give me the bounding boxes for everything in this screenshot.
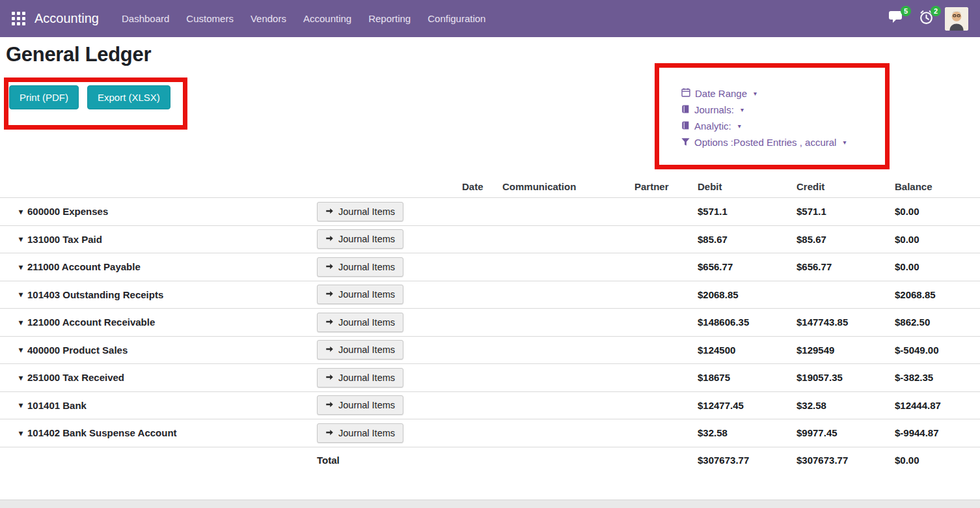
- balance-value: $2068.85: [888, 289, 980, 300]
- account-name[interactable]: 211000 Account Payable: [27, 261, 141, 272]
- print-pdf-button[interactable]: Print (PDF): [9, 85, 79, 109]
- filter-options[interactable]: Options :Posted Entries , accural ▾: [681, 134, 846, 150]
- apps-menu-icon[interactable]: [12, 12, 25, 25]
- main-content: General Ledger Print (PDF) Export (XLSX)…: [0, 37, 980, 500]
- general-ledger-table: Date Communication Partner Debit Credit …: [0, 175, 980, 473]
- collapse-caret-icon[interactable]: ▾: [19, 429, 23, 438]
- arrow-right-icon: [325, 345, 334, 355]
- balance-value: $862.50: [888, 317, 980, 328]
- debit-value: $32.58: [691, 427, 790, 438]
- account-name[interactable]: 101402 Bank Suspense Account: [27, 427, 177, 438]
- funnel-icon: [681, 137, 690, 148]
- journal-items-label: Journal Items: [338, 400, 395, 410]
- journal-items-label: Journal Items: [338, 234, 395, 244]
- chevron-down-icon: ▾: [741, 106, 744, 113]
- arrow-right-icon: [325, 317, 334, 328]
- table-row: ▾ 101401 Bank Journal Items $12477.45 $3…: [0, 391, 980, 419]
- col-header-date: Date: [456, 181, 496, 192]
- balance-value: $-5049.00: [888, 345, 980, 356]
- col-header-communication: Communication: [496, 181, 628, 192]
- credit-value: $129549: [790, 345, 888, 356]
- journal-items-button[interactable]: Journal Items: [317, 202, 403, 221]
- arrow-right-icon: [325, 373, 334, 383]
- table-total-row: Total $307673.77 $307673.77 $0.00: [0, 447, 980, 473]
- filter-date-range[interactable]: Date Range ▾: [681, 85, 846, 102]
- debit-value: $656.77: [691, 261, 790, 272]
- messages-button[interactable]: 5: [885, 8, 907, 30]
- filter-journals[interactable]: Journals: ▾: [681, 102, 846, 118]
- table-row: ▾ 400000 Product Sales Journal Items $12…: [0, 336, 980, 364]
- journal-items-button[interactable]: Journal Items: [317, 257, 403, 277]
- collapse-caret-icon[interactable]: ▾: [19, 207, 23, 216]
- report-actions: Print (PDF) Export (XLSX): [9, 85, 170, 109]
- collapse-caret-icon[interactable]: ▾: [19, 373, 23, 382]
- nav-customers[interactable]: Customers: [178, 8, 242, 29]
- chevron-down-icon: ▾: [843, 139, 846, 146]
- collapse-caret-icon[interactable]: ▾: [19, 401, 23, 410]
- total-credit: $307673.77: [790, 455, 888, 466]
- journal-items-button[interactable]: Journal Items: [317, 368, 403, 388]
- credit-value: $656.77: [790, 261, 888, 272]
- nav-accounting[interactable]: Accounting: [295, 8, 360, 29]
- filter-label: Options :Posted Entries , accural: [694, 137, 836, 148]
- debit-value: $148606.35: [691, 317, 790, 328]
- user-avatar[interactable]: [945, 7, 968, 31]
- journal-items-button[interactable]: Journal Items: [317, 229, 403, 249]
- top-navbar: Accounting Dashboard Customers Vendors A…: [0, 0, 980, 37]
- book-icon: [681, 120, 690, 132]
- total-label: Total: [317, 455, 456, 466]
- filter-analytic[interactable]: Analytic: ▾: [681, 118, 846, 134]
- bottom-scrollbar-area[interactable]: [0, 500, 980, 508]
- credit-value: $85.67: [790, 234, 888, 245]
- journal-items-button[interactable]: Journal Items: [317, 395, 403, 415]
- nav-reporting[interactable]: Reporting: [360, 8, 419, 29]
- table-row: ▾ 121000 Account Receivable Journal Item…: [0, 308, 980, 336]
- account-name[interactable]: 600000 Expenses: [27, 206, 108, 217]
- account-name[interactable]: 101401 Bank: [27, 400, 87, 411]
- journal-items-label: Journal Items: [338, 373, 395, 383]
- credit-value: $147743.85: [790, 317, 888, 328]
- table-row: ▾ 131000 Tax Paid Journal Items $85.67 $…: [0, 225, 980, 253]
- arrow-right-icon: [325, 289, 334, 300]
- filter-label: Date Range: [695, 88, 747, 99]
- export-xlsx-button[interactable]: Export (XLSX): [87, 85, 170, 109]
- journal-items-label: Journal Items: [338, 317, 395, 328]
- app-brand[interactable]: Accounting: [34, 11, 99, 26]
- total-debit: $307673.77: [691, 455, 790, 466]
- collapse-caret-icon[interactable]: ▾: [19, 345, 23, 354]
- journal-items-button[interactable]: Journal Items: [317, 313, 403, 332]
- nav-dashboard[interactable]: Dashboard: [113, 8, 178, 29]
- account-name[interactable]: 251000 Tax Received: [27, 372, 124, 383]
- table-header-row: Date Communication Partner Debit Credit …: [0, 175, 980, 197]
- collapse-caret-icon[interactable]: ▾: [19, 318, 23, 327]
- page-title: General Ledger: [6, 43, 151, 66]
- balance-value: $0.00: [888, 234, 980, 245]
- nav-vendors[interactable]: Vendors: [242, 8, 295, 29]
- collapse-caret-icon[interactable]: ▾: [19, 234, 23, 244]
- collapse-caret-icon[interactable]: ▾: [19, 290, 23, 299]
- col-header-balance: Balance: [888, 181, 980, 192]
- account-name[interactable]: 131000 Tax Paid: [27, 234, 102, 245]
- journal-items-label: Journal Items: [338, 289, 395, 300]
- journal-items-button[interactable]: Journal Items: [317, 340, 403, 360]
- credit-value: $9977.45: [790, 427, 888, 438]
- collapse-caret-icon[interactable]: ▾: [19, 262, 23, 272]
- debit-value: $2068.85: [691, 289, 790, 300]
- arrow-right-icon: [325, 428, 334, 438]
- balance-value: $0.00: [888, 206, 980, 217]
- debit-value: $18675: [691, 372, 790, 383]
- nav-configuration[interactable]: Configuration: [419, 8, 494, 29]
- activities-button[interactable]: 2: [915, 8, 937, 30]
- account-name[interactable]: 121000 Account Receivable: [27, 317, 155, 328]
- account-name[interactable]: 400000 Product Sales: [27, 345, 128, 356]
- journal-items-button[interactable]: Journal Items: [317, 423, 403, 443]
- account-name[interactable]: 101403 Outstanding Receipts: [27, 289, 163, 300]
- filter-label: Journals:: [694, 104, 734, 115]
- debit-value: $124500: [691, 345, 790, 356]
- col-header-debit: Debit: [691, 181, 790, 192]
- journal-items-button[interactable]: Journal Items: [317, 285, 403, 304]
- book-icon: [681, 104, 690, 115]
- debit-value: $12477.45: [691, 400, 790, 411]
- col-header-credit: Credit: [790, 181, 888, 192]
- col-header-partner: Partner: [628, 181, 691, 192]
